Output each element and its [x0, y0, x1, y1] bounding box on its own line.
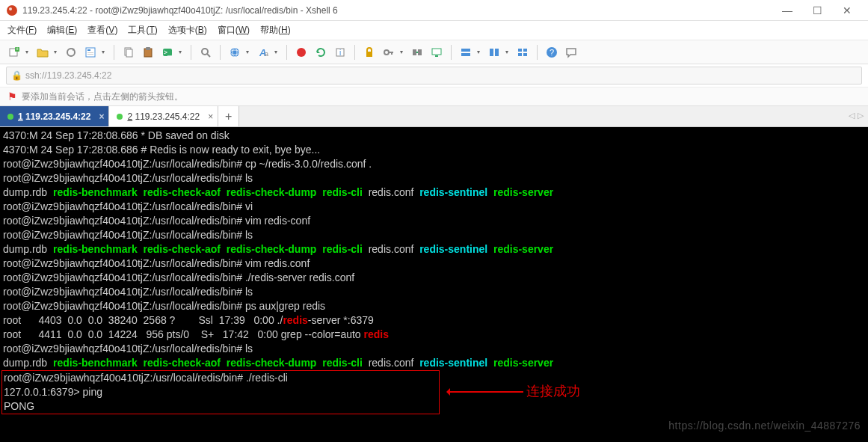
menu-h[interactable]: 帮助(H)	[260, 24, 291, 37]
help-icon[interactable]: ?	[544, 44, 560, 61]
dropdown-icon[interactable]: ▾	[102, 49, 108, 55]
quick-command-icon[interactable]: >_	[159, 44, 176, 61]
address-url: ssh://119.23.245.4:22	[25, 70, 111, 81]
separator	[451, 45, 452, 60]
separator	[537, 45, 538, 60]
menu-t[interactable]: 工具(T)	[128, 24, 157, 37]
svg-point-0	[7, 5, 17, 16]
svg-rect-13	[146, 47, 150, 50]
svg-point-27	[384, 50, 389, 55]
svg-rect-34	[461, 49, 470, 52]
minimize-button[interactable]: —	[772, 1, 802, 19]
refresh-icon[interactable]	[313, 44, 329, 61]
tile-horizontal-icon[interactable]	[458, 44, 474, 61]
dropdown-icon[interactable]: ▾	[274, 49, 280, 55]
copy-icon[interactable]	[120, 44, 137, 61]
terminal-line: PONG	[4, 399, 437, 414]
separator	[286, 45, 287, 60]
svg-point-1	[9, 7, 12, 10]
session-tab-1[interactable]: 1 119.23.245.4:22×	[0, 106, 109, 126]
tab-prev-icon[interactable]: ◁	[849, 111, 855, 120]
svg-rect-41	[523, 53, 527, 56]
terminal-line: dump.rdb redis-benchmark redis-check-aof…	[3, 356, 865, 370]
info-bar: ⚑ 要添加当前会话，点击左侧的箭头按钮。	[0, 87, 868, 106]
reconnect-icon[interactable]	[63, 44, 79, 61]
maximize-button[interactable]: ☐	[802, 1, 832, 19]
menu-f[interactable]: 文件(F)	[7, 24, 37, 37]
paste-icon[interactable]	[140, 44, 156, 61]
menu-b[interactable]: 选项卡(B)	[168, 24, 207, 37]
annotation: 连接成功	[449, 384, 580, 399]
svg-rect-40	[518, 53, 522, 56]
separator	[220, 45, 221, 60]
lock-icon[interactable]	[361, 44, 378, 61]
svg-rect-31	[418, 49, 422, 55]
open-icon[interactable]	[34, 44, 51, 61]
dropdown-icon[interactable]: ▾	[477, 49, 483, 55]
svg-text:a: a	[265, 50, 268, 58]
new-session-icon[interactable]: +	[6, 44, 22, 61]
dropdown-icon[interactable]: ▾	[179, 49, 185, 55]
tile-vertical-icon[interactable]	[486, 44, 502, 61]
highlighted-box: root@iZwz9bjiawhqzf40o410tjZ:/usr/local/…	[1, 370, 440, 414]
svg-rect-8	[87, 52, 93, 53]
info-text: 要添加当前会话，点击左侧的箭头按钮。	[22, 90, 183, 103]
status-dot	[7, 114, 13, 120]
session-tab-2[interactable]: 2 119.23.245.4:22×	[109, 106, 218, 126]
tile-grid-icon[interactable]	[514, 44, 531, 61]
close-button[interactable]: ✕	[832, 1, 862, 19]
terminal-line: 4370:M 24 Sep 17:28:08.686 * DB saved on…	[3, 129, 865, 143]
window-title: 119.23.245.4:22 - root@iZwz9bjiawhqzf40o…	[22, 5, 772, 16]
monitor-icon[interactable]	[428, 44, 445, 61]
tab-label: 1 119.23.245.4:22	[18, 111, 90, 122]
svg-rect-9	[87, 54, 93, 55]
tab-close-icon[interactable]: ×	[99, 111, 104, 122]
tab-nav: ◁ ▷	[849, 111, 864, 120]
globe-icon[interactable]	[227, 44, 243, 61]
terminal-line: root@iZwz9bjiawhqzf40o410tjZ:/usr/local/…	[3, 271, 865, 285]
terminal-line: root@iZwz9bjiawhqzf40o410tjZ:/usr/local/…	[3, 257, 865, 271]
find-icon[interactable]	[197, 44, 214, 61]
separator	[114, 45, 114, 60]
dropdown-icon[interactable]: ▾	[400, 49, 406, 55]
terminal-line: root@iZwz9bjiawhqzf40o410tjZ:/usr/local/…	[3, 157, 865, 171]
dropdown-icon[interactable]: ▾	[54, 49, 60, 55]
chat-icon[interactable]	[563, 44, 579, 61]
dropdown-icon[interactable]: ▾	[505, 49, 511, 55]
tab-add-button[interactable]: +	[218, 106, 239, 126]
svg-rect-36	[490, 49, 493, 56]
tab-next-icon[interactable]: ▷	[858, 111, 864, 120]
terminal-line: root@iZwz9bjiawhqzf40o410tjZ:/usr/local/…	[3, 285, 865, 299]
annotation-label: 连接成功	[526, 384, 580, 399]
terminal[interactable]: 4370:M 24 Sep 17:28:08.686 * DB saved on…	[0, 127, 868, 442]
font-icon[interactable]: Aa	[255, 44, 271, 61]
terminal-line: root@iZwz9bjiawhqzf40o410tjZ:/usr/local/…	[3, 171, 865, 185]
svg-rect-37	[495, 49, 499, 56]
menu-v[interactable]: 查看(V)	[87, 24, 117, 37]
address-input[interactable]: 🔒 ssh://119.23.245.4:22	[6, 67, 862, 85]
svg-point-23	[297, 48, 306, 57]
dropdown-icon[interactable]: ▾	[246, 49, 252, 55]
titlebar: 119.23.245.4:22 - root@iZwz9bjiawhqzf40o…	[0, 0, 868, 21]
terminal-line: root@iZwz9bjiawhqzf40o410tjZ:/usr/local/…	[3, 299, 865, 313]
tab-close-icon[interactable]: ×	[208, 111, 213, 122]
separator	[191, 45, 191, 60]
svg-text:>_: >_	[164, 49, 172, 56]
dropdown-icon[interactable]: ▾	[25, 49, 31, 55]
terminal-line: dump.rdb redis-benchmark redis-check-aof…	[3, 242, 865, 257]
svg-rect-32	[432, 49, 441, 55]
status-dot	[117, 114, 123, 120]
menu-w[interactable]: 窗口(W)	[218, 24, 250, 37]
terminal-line: 4370:M 24 Sep 17:28:08.686 # Redis is no…	[3, 143, 865, 157]
svg-rect-11	[126, 49, 132, 57]
tab-bar: 1 119.23.245.4:22×2 119.23.245.4:22×+ ◁ …	[0, 106, 868, 127]
svg-rect-39	[523, 49, 527, 52]
terminal-line: root@iZwz9bjiawhqzf40o410tjZ:/usr/local/…	[3, 200, 865, 214]
menu-e[interactable]: 编辑(E)	[47, 24, 77, 37]
record-icon[interactable]	[293, 44, 310, 61]
transfer-icon[interactable]	[409, 44, 425, 61]
svg-rect-38	[518, 49, 522, 52]
info-icon[interactable]: i	[332, 44, 348, 61]
key-icon[interactable]	[381, 44, 397, 61]
properties-icon[interactable]	[82, 44, 99, 61]
